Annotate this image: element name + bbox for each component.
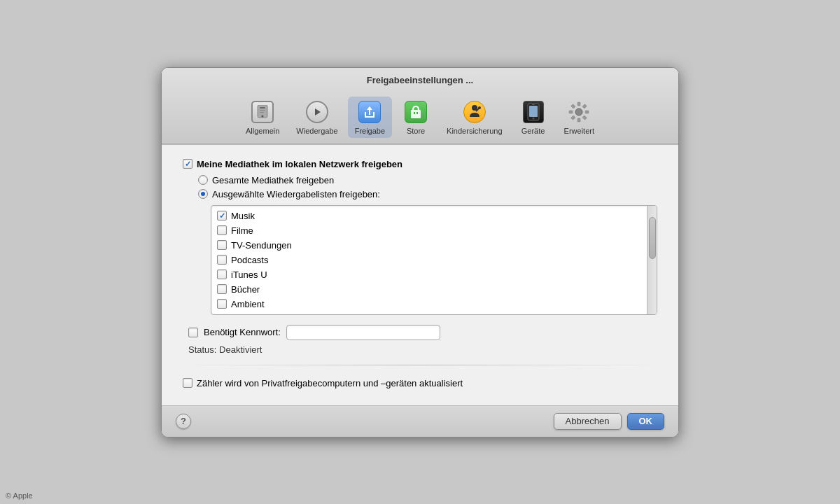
toolbar-label-erweitert: Erweitert [564, 127, 594, 135]
cancel-button[interactable]: Abbrechen [554, 413, 622, 430]
toolbar-item-kindersicherung[interactable]: Kindersicherung [440, 97, 510, 138]
toolbar-item-allgemein[interactable]: Allgemein [239, 97, 286, 138]
button-group: Abbrechen OK [554, 413, 664, 430]
list-item-itunes-u[interactable]: iTunes U [211, 267, 647, 282]
gear-icon [566, 99, 592, 125]
svg-rect-1 [260, 107, 265, 108]
checkbox-tv-sendungen[interactable] [217, 240, 227, 250]
window-title: Freigabeeinstellungen ... [367, 75, 473, 85]
store-icon-shape [405, 101, 427, 123]
bottom-bar: ? Abbrechen OK [162, 405, 678, 437]
list-item-buecher[interactable]: Bücher [211, 282, 647, 297]
apple-copyright: © Apple [6, 491, 33, 500]
checkbox-filme[interactable] [217, 225, 227, 235]
password-input[interactable] [286, 325, 440, 340]
svg-rect-19 [569, 111, 573, 113]
playlist-items: Musik Filme TV-Sendungen Podcasts iTunes… [211, 206, 647, 314]
svg-point-4 [262, 115, 264, 117]
label-podcasts: Podcasts [231, 255, 268, 265]
password-checkbox[interactable] [188, 328, 198, 337]
main-checkbox-label[interactable]: Meine Mediathek im lokalen Netzwerk frei… [183, 159, 402, 169]
list-item-filme[interactable]: Filme [211, 223, 647, 238]
devices-icon-shape [523, 101, 544, 123]
divider [183, 365, 657, 365]
svg-rect-22 [571, 115, 575, 119]
private-sharing-checkbox[interactable] [183, 378, 192, 388]
svg-point-16 [575, 108, 582, 115]
settings-window: Freigabeeinstellungen ... [161, 67, 679, 438]
general-icon-shape [251, 101, 274, 123]
toolbar-label-store: Store [407, 127, 425, 135]
svg-point-11 [478, 106, 481, 109]
main-checkbox-text: Meine Mediathek im lokalen Netzwerk frei… [197, 159, 402, 169]
private-sharing-label: Zähler wird von Privatfreigabecomputern … [197, 378, 463, 388]
toolbar-item-geraete[interactable]: Geräte [512, 97, 554, 138]
checkbox-itunes-u[interactable] [217, 270, 227, 279]
password-checkbox-label: Benötigt Kennwort: [204, 327, 281, 337]
devices-icon [521, 99, 546, 125]
main-checkbox-row: Meine Mediathek im lokalen Netzwerk frei… [183, 159, 657, 169]
help-button[interactable]: ? [176, 414, 191, 429]
svg-rect-3 [260, 112, 264, 113]
toolbar: Allgemein Wiedergabe [162, 92, 678, 144]
svg-rect-23 [571, 104, 575, 108]
svg-rect-18 [578, 118, 580, 122]
svg-rect-6 [411, 110, 421, 118]
parental-icon-shape [463, 101, 486, 123]
svg-rect-17 [578, 102, 580, 106]
svg-marker-5 [315, 108, 321, 115]
status-row: Status: Deaktiviert [188, 344, 657, 355]
status-label-text: Status: Deaktiviert [188, 344, 262, 355]
play-icon-shape [306, 101, 328, 123]
toolbar-item-freigabe[interactable]: Freigabe [348, 97, 392, 138]
svg-rect-20 [585, 111, 589, 113]
checkbox-podcasts[interactable] [217, 255, 227, 265]
gear-icon-shape [568, 101, 590, 123]
label-itunes-u: iTunes U [231, 270, 267, 280]
toolbar-item-erweitert[interactable]: Erweitert [557, 97, 601, 138]
main-checkbox[interactable] [183, 159, 192, 169]
store-icon [403, 99, 428, 125]
svg-rect-15 [532, 104, 535, 105]
label-filme: Filme [231, 225, 253, 236]
svg-rect-21 [582, 104, 587, 108]
toolbar-item-store[interactable]: Store [395, 97, 437, 138]
svg-rect-13 [529, 106, 538, 117]
radio-ausgewaehlte-button[interactable] [198, 189, 208, 199]
radio-gesamte-label: Gesamte Mediathek freigeben [212, 175, 334, 186]
radio-ausgewaehlte[interactable]: Ausgewählte Wiedergabelisten freigeben: [198, 189, 657, 200]
play-icon [304, 99, 330, 125]
share-icon-shape [358, 101, 381, 123]
list-item-ambient[interactable]: Ambient [211, 297, 647, 312]
list-item-musik[interactable]: Musik [211, 209, 647, 223]
label-ambient: Ambient [231, 299, 265, 309]
svg-rect-7 [414, 112, 415, 114]
list-item-podcasts[interactable]: Podcasts [211, 253, 647, 267]
parental-icon [462, 99, 487, 125]
main-content: Meine Mediathek im lokalen Netzwerk frei… [162, 144, 678, 405]
toolbar-label-allgemein: Allgemein [246, 127, 279, 135]
toolbar-label-freigabe: Freigabe [355, 127, 385, 135]
title-bar: Freigabeeinstellungen ... [162, 68, 678, 144]
ok-button[interactable]: OK [627, 413, 665, 430]
toolbar-label-kindersicherung: Kindersicherung [447, 127, 503, 135]
scrollbar-thumb[interactable] [649, 217, 656, 259]
radio-gesamte[interactable]: Gesamte Mediathek freigeben [198, 175, 657, 186]
password-row: Benötigt Kennwort: [188, 325, 657, 340]
svg-rect-8 [416, 112, 418, 114]
checkbox-ambient[interactable] [217, 299, 227, 309]
checkbox-musik[interactable] [217, 211, 227, 220]
svg-rect-24 [582, 115, 587, 119]
list-item-tv-sendungen[interactable]: TV-Sendungen [211, 238, 647, 253]
playlist-listbox: Musik Filme TV-Sendungen Podcasts iTunes… [211, 205, 657, 315]
checkbox-buecher[interactable] [217, 284, 227, 294]
label-tv-sendungen: TV-Sendungen [231, 240, 292, 251]
svg-point-14 [532, 117, 534, 119]
toolbar-item-wiedergabe[interactable]: Wiedergabe [289, 97, 344, 138]
label-musik: Musik [231, 211, 255, 221]
radio-ausgewaehlte-label: Ausgewählte Wiedergabelisten freigeben: [212, 189, 380, 200]
radio-gesamte-button[interactable] [198, 175, 208, 185]
scrollbar[interactable] [647, 206, 657, 314]
svg-rect-2 [260, 110, 265, 111]
general-icon [250, 99, 275, 125]
